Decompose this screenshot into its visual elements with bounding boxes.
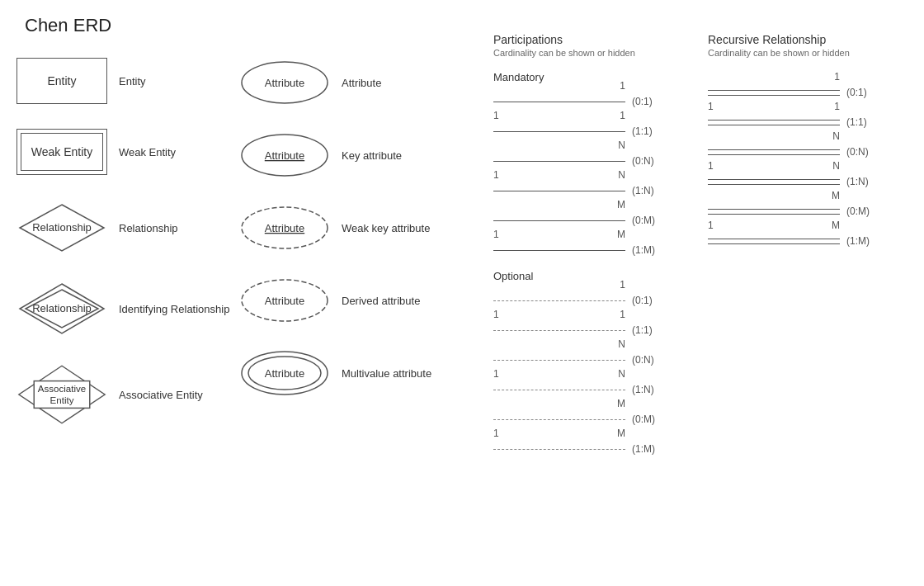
identifying-relationship-label: Identifying Relationship [119, 303, 229, 315]
recursive-0-m-line: M [708, 201, 840, 221]
mandatory-1-m-row: 1 M (1:M) [493, 240, 691, 260]
associative-entity-label: Associative Entity [119, 389, 203, 401]
entity-shape: Entity [16, 58, 107, 104]
page-title: Chen ERD [25, 15, 111, 36]
weak-key-attribute-row: Attribute Weak key attribute [239, 203, 437, 253]
optional-label: Optional [493, 270, 691, 282]
optional-0-1-row: 1 (0:1) [493, 291, 691, 310]
mandatory-1-m-line: 1 M [493, 240, 625, 260]
optional-1-n-card: (1:N) [632, 384, 654, 395]
recursive-1-n-row: 1 N (1:N) [708, 172, 906, 191]
shapes-panel: Entity Entity Weak Entity Weak Entity Re… [16, 58, 248, 452]
weak-key-attribute-shape: Attribute [239, 203, 330, 253]
optional-0-m-card: (0:M) [632, 414, 655, 425]
mandatory-1-1-row: 1 1 (1:1) [493, 121, 691, 141]
attribute-label: Attribute [342, 77, 381, 89]
svg-text:Attribute: Attribute [265, 77, 304, 89]
svg-text:Attribute: Attribute [265, 222, 304, 234]
entity-row: Entity Entity [16, 58, 248, 104]
key-attribute-row: Attribute Key attribute [239, 130, 437, 180]
recursive-0-m-row: M (0:M) [708, 201, 906, 221]
recursive-0-1-card: (0:1) [846, 87, 867, 98]
optional-1-n-row: 1 N (1:N) [493, 380, 691, 399]
weak-entity-shape: Weak Entity [16, 129, 107, 175]
attrs-panel: Attribute Attribute Attribute Key attrib… [239, 58, 437, 421]
key-attribute-label: Key attribute [342, 149, 402, 162]
mandatory-0-1-row: 1 (0:1) [493, 92, 691, 111]
mandatory-label: Mandatory [493, 71, 691, 83]
mandatory-1-1-card: (1:1) [632, 125, 653, 137]
derived-attribute-shape: Attribute [239, 276, 330, 325]
mandatory-0-n-line: N [493, 151, 625, 171]
optional-0-m-line: M [493, 409, 625, 429]
optional-1-1-card: (1:1) [632, 324, 653, 336]
mandatory-1-n-line: 1 N [493, 181, 625, 201]
multivalue-attribute-row: Attribute Multivalue attribute [239, 348, 437, 398]
recursive-1-n-line: 1 N [708, 172, 840, 191]
recursive-subtitle: Cardinality can be shown or hidden [708, 48, 906, 58]
identifying-relationship-shape: Relationship [16, 281, 107, 337]
derived-attribute-label: Derived attribute [342, 295, 420, 307]
optional-1-1-line: 1 1 [493, 320, 625, 340]
recursive-0-n-row: N (0:N) [708, 142, 906, 162]
recursive-0-n-card: (0:N) [846, 146, 869, 158]
optional-0-1-line: 1 [493, 291, 625, 310]
derived-attribute-row: Attribute Derived attribute [239, 276, 437, 325]
recursive-1-1-row: 1 1 (1:1) [708, 112, 906, 132]
svg-text:Attribute: Attribute [265, 367, 304, 380]
svg-text:Associative: Associative [38, 384, 86, 394]
optional-0-n-line: N [493, 350, 625, 370]
optional-0-n-card: (0:N) [632, 354, 654, 366]
mandatory-0-n-row: N (0:N) [493, 151, 691, 171]
optional-0-n-row: N (0:N) [493, 350, 691, 370]
weak-entity-text: Weak Entity [31, 145, 92, 158]
weak-entity-row: Weak Entity Weak Entity [16, 129, 248, 175]
recursive-title: Recursive Relationship [708, 33, 906, 46]
associative-entity-shape: Associative Entity [16, 362, 107, 428]
identifying-relationship-row: Relationship Identifying Relationship [16, 281, 248, 337]
mandatory-0-1-line: 1 [493, 92, 625, 111]
optional-1-m-card: (1:M) [632, 443, 655, 455]
relationship-label: Relationship [119, 222, 178, 234]
recursive-panel: Recursive Relationship Cardinality can b… [708, 33, 906, 261]
mandatory-0-n-card: (0:N) [632, 155, 654, 167]
optional-1-n-line: 1 N [493, 380, 625, 399]
recursive-0-1-row: 1 (0:1) [708, 83, 906, 102]
mandatory-0-m-line: M [493, 210, 625, 230]
recursive-1-m-line: 1 M [708, 231, 840, 251]
attribute-shape: Attribute [239, 58, 330, 107]
recursive-0-1-line: 1 [708, 83, 840, 102]
participations-subtitle: Cardinality can be shown or hidden [493, 48, 691, 58]
entity-text: Entity [47, 74, 76, 87]
mandatory-0-m-card: (0:M) [632, 215, 655, 226]
participations-panel: Participations Cardinality can be shown … [493, 33, 691, 469]
mandatory-0-m-row: M (0:M) [493, 210, 691, 230]
key-attribute-shape: Attribute [239, 130, 330, 180]
recursive-1-m-card: (1:M) [846, 235, 870, 247]
recursive-0-m-card: (0:M) [846, 206, 870, 217]
svg-text:Relationship: Relationship [32, 221, 92, 234]
optional-1-m-row: 1 M (1:M) [493, 439, 691, 459]
optional-1-m-line: 1 M [493, 439, 625, 459]
svg-text:Attribute: Attribute [265, 149, 304, 162]
multivalue-attribute-shape: Attribute [239, 348, 330, 398]
weak-entity-label: Weak Entity [119, 146, 176, 158]
svg-text:Attribute: Attribute [265, 295, 304, 307]
recursive-1-n-card: (1:N) [846, 176, 869, 187]
optional-0-1-card: (0:1) [632, 295, 653, 306]
mandatory-1-n-card: (1:N) [632, 185, 654, 196]
relationship-row: Relationship Relationship [16, 200, 248, 256]
participations-title: Participations [493, 33, 691, 46]
svg-text:Entity: Entity [50, 395, 74, 405]
multivalue-attribute-label: Multivalue attribute [342, 367, 431, 380]
mandatory-0-1-card: (0:1) [632, 96, 653, 107]
weak-key-attribute-label: Weak key attribute [342, 222, 430, 234]
mandatory-1-m-card: (1:M) [632, 244, 655, 256]
recursive-1-1-line: 1 1 [708, 112, 840, 132]
mandatory-1-n-row: 1 N (1:N) [493, 181, 691, 201]
mandatory-1-1-line: 1 1 [493, 121, 625, 141]
attribute-row: Attribute Attribute [239, 58, 437, 107]
optional-1-1-row: 1 1 (1:1) [493, 320, 691, 340]
recursive-1-m-row: 1 M (1:M) [708, 231, 906, 251]
optional-0-m-row: M (0:M) [493, 409, 691, 429]
